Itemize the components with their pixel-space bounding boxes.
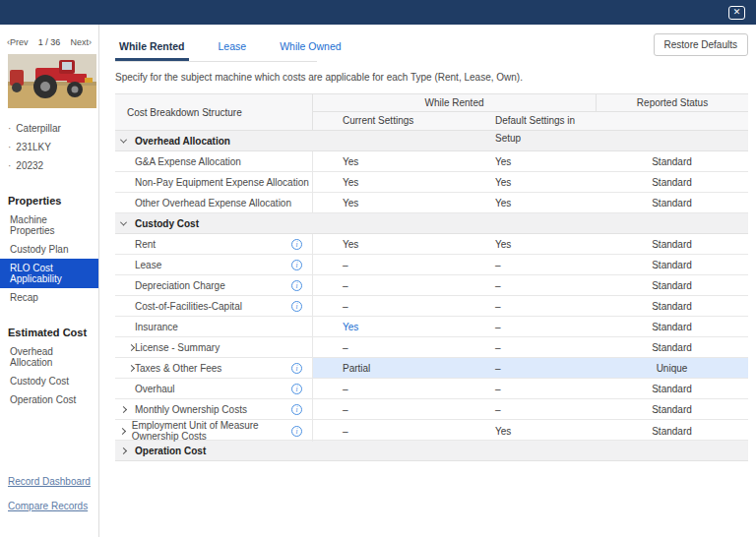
info-icon[interactable]: i (291, 301, 302, 312)
next-button[interactable]: Next› (70, 37, 92, 47)
machine-photo (8, 54, 96, 108)
table-row[interactable]: Depreciation Charge i – – Standard (115, 275, 748, 296)
table-row[interactable]: Lease i – – Standard (115, 255, 748, 275)
row-label-cell: License - Summary i (115, 337, 313, 357)
row-label-cell: G&A Expense Allocation i (115, 151, 313, 171)
bullet-icon: · (8, 138, 11, 156)
current-settings-value: Partial (313, 358, 466, 378)
row-label: Non-Pay Equipment Expense Allocation (135, 177, 309, 188)
info-icon[interactable]: i (291, 280, 302, 291)
column-header-default-settings: Default Settings in Setup (466, 112, 596, 130)
table-row[interactable]: Employment Unit of Measure Ownership Cos… (115, 420, 748, 441)
compare-records-link[interactable]: Compare Records (8, 501, 98, 511)
reported-status-value: Standard (596, 337, 748, 357)
table-row[interactable]: Overhead Allocation i (115, 131, 748, 151)
table-row[interactable]: Insurance i Yes – Standard (115, 317, 748, 337)
tab-lease[interactable]: Lease (215, 33, 251, 61)
row-label: Overhead Allocation (135, 136, 230, 147)
current-settings-value: Yes (313, 151, 466, 171)
current-settings-value: – (313, 275, 466, 295)
info-icon[interactable]: i (291, 260, 302, 270)
reported-status-value: Standard (596, 275, 748, 295)
prev-button[interactable]: ‹Prev (7, 37, 29, 47)
reported-status-value: Standard (596, 420, 748, 442)
tab-while-rented[interactable]: While Rented (115, 33, 189, 61)
row-label-cell: Custody Cost i (115, 213, 748, 233)
sidebar-heading-properties: Properties (8, 195, 98, 207)
current-settings-value: – (313, 337, 466, 357)
default-settings-value: Yes (466, 172, 596, 192)
close-icon[interactable]: ✕ (728, 6, 745, 20)
row-label: License - Summary (135, 342, 220, 353)
info-icon[interactable]: i (291, 404, 302, 415)
table-row[interactable]: Overhaul i – – Standard (115, 379, 748, 399)
reported-status-value: Standard (596, 172, 748, 192)
table-row[interactable]: Non-Pay Equipment Expense Allocation i Y… (115, 172, 748, 193)
sidebar-item-rlo-cost-applicability[interactable]: RLO Cost Applicability (0, 259, 98, 288)
row-label: Cost-of-Facilities-Capital (135, 301, 242, 312)
table-row[interactable]: Monthly Ownership Costs i – – Standard (115, 399, 748, 420)
tab-while-owned[interactable]: While Owned (276, 33, 345, 61)
row-label-cell: Overhead Allocation i (115, 131, 748, 150)
info-icon[interactable]: i (291, 239, 302, 250)
info-icon[interactable]: i (291, 426, 302, 437)
row-label-cell: Cost-of-Facilities-Capital i (115, 296, 313, 316)
expand-chevron-icon[interactable] (119, 427, 126, 434)
table-row[interactable]: Taxes & Other Fees i Partial – Unique (115, 358, 748, 379)
modal-window: ✕ ‹Prev 1 / 36 Next› (0, 0, 756, 537)
column-header-empty (596, 112, 748, 130)
reported-status-value: Standard (596, 317, 748, 336)
table-row[interactable]: License - Summary i – – Standard (115, 337, 748, 358)
table-row[interactable]: Operation Cost i (115, 441, 748, 461)
title-bar: ✕ (0, 0, 756, 25)
sidebar-item-operation-cost[interactable]: Operation Cost (0, 390, 98, 409)
reported-status-value: Standard (596, 296, 748, 316)
table-row[interactable]: Cost-of-Facilities-Capital i – – Standar… (115, 296, 748, 317)
expand-chevron-icon[interactable] (127, 343, 134, 350)
reported-status-value: Standard (596, 255, 748, 274)
row-label-cell: Monthly Ownership Costs i (115, 399, 313, 419)
table-header: Cost Breakdown Structure While Rented Re… (115, 94, 748, 131)
row-label-cell: Rent i (115, 234, 313, 254)
sidebar-item-custody-plan[interactable]: Custody Plan (0, 240, 98, 259)
tab-strip: While Rented Lease While Owned (115, 33, 317, 62)
sidebar-item-custody-cost[interactable]: Custody Cost (0, 372, 98, 390)
sidebar-item-machine-properties[interactable]: Machine Properties (0, 210, 98, 240)
current-settings-value: Yes (313, 234, 466, 254)
table-row[interactable]: Other Overhead Expense Allocation i Yes … (115, 193, 748, 213)
info-icon[interactable]: i (291, 363, 302, 374)
restore-defaults-button[interactable]: Restore Defaults (654, 33, 748, 56)
sidebar-item-overhead-allocation[interactable]: Overhead Allocation (0, 342, 98, 372)
sidebar-item-recap[interactable]: Recap (0, 288, 98, 307)
table-row[interactable]: Custody Cost i (115, 213, 748, 234)
sidebar-heading-estimated-cost: Estimated Cost (8, 327, 98, 338)
reported-status-value: Standard (596, 234, 748, 254)
row-label: Lease (135, 260, 161, 270)
info-icon[interactable]: i (291, 384, 302, 394)
default-settings-value: Yes (466, 151, 596, 171)
list-item: ·231LKY (8, 138, 98, 156)
table-row[interactable]: Rent i Yes Yes Standard (115, 234, 748, 255)
page-indicator: 1 / 36 (38, 37, 61, 47)
reported-status-value: Unique (596, 358, 748, 378)
reported-status-value: Standard (596, 193, 748, 212)
default-settings-value: – (466, 296, 596, 316)
expand-chevron-icon[interactable] (120, 218, 127, 225)
row-label-cell: Taxes & Other Fees i (115, 358, 313, 378)
expand-chevron-icon[interactable] (120, 136, 127, 143)
row-label: Custody Cost (135, 218, 199, 229)
column-header-cost-breakdown: Cost Breakdown Structure (115, 94, 313, 130)
expand-chevron-icon[interactable] (127, 364, 134, 371)
main-panel: While Rented Lease While Owned Restore D… (99, 25, 756, 537)
sidebar: ‹Prev 1 / 36 Next› (0, 25, 99, 537)
expand-chevron-icon[interactable] (120, 405, 127, 412)
table-row[interactable]: G&A Expense Allocation i Yes Yes Standar… (115, 151, 748, 172)
cost-applicability-table: Cost Breakdown Structure While Rented Re… (115, 93, 748, 461)
expand-chevron-icon[interactable] (120, 447, 127, 453)
record-dashboard-link[interactable]: Record Dashboard (8, 476, 98, 487)
default-settings-value: – (466, 337, 596, 357)
row-label-cell: Insurance i (115, 317, 313, 336)
column-header-reported-status: Reported Status (596, 94, 748, 112)
row-label: G&A Expense Allocation (135, 156, 241, 167)
default-settings-value: Yes (466, 420, 596, 442)
